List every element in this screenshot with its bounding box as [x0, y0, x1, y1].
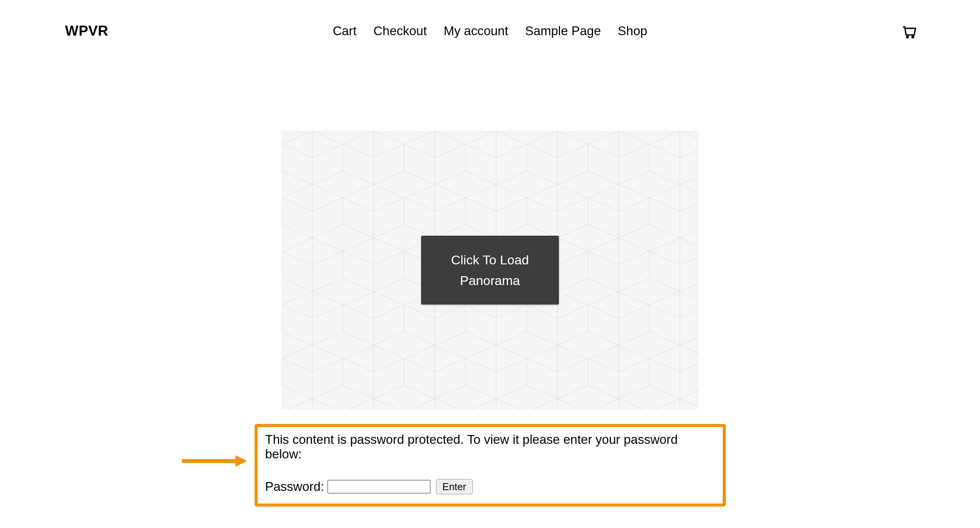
svg-point-1	[912, 36, 913, 38]
password-input[interactable]	[327, 480, 431, 494]
enter-button[interactable]: Enter	[436, 479, 473, 494]
password-form: Password: Enter	[265, 479, 715, 494]
svg-marker-3	[235, 455, 247, 467]
main-nav: Cart Checkout My account Sample Page Sho…	[333, 24, 647, 38]
load-panorama-button[interactable]: Click To Load Panorama	[421, 236, 559, 305]
main-content: Click To Load Panorama This content is p…	[0, 62, 980, 507]
svg-point-0	[906, 36, 908, 38]
panorama-container: Click To Load Panorama	[282, 131, 699, 409]
nav-link-sample-page[interactable]: Sample Page	[525, 24, 601, 38]
password-section-wrapper: This content is password protected. To v…	[255, 424, 726, 507]
nav-link-checkout[interactable]: Checkout	[373, 24, 426, 38]
password-label: Password:	[265, 479, 324, 494]
header: WPVR Cart Checkout My account Sample Pag…	[0, 0, 980, 62]
nav-link-shop[interactable]: Shop	[618, 24, 647, 38]
arrow-annotation-icon	[182, 455, 247, 467]
site-title[interactable]: WPVR	[65, 23, 108, 39]
cart-icon[interactable]	[901, 23, 917, 39]
nav-link-my-account[interactable]: My account	[444, 24, 508, 38]
password-protected-section: This content is password protected. To v…	[255, 424, 726, 507]
password-message: This content is password protected. To v…	[265, 432, 715, 461]
nav-link-cart[interactable]: Cart	[333, 24, 356, 38]
